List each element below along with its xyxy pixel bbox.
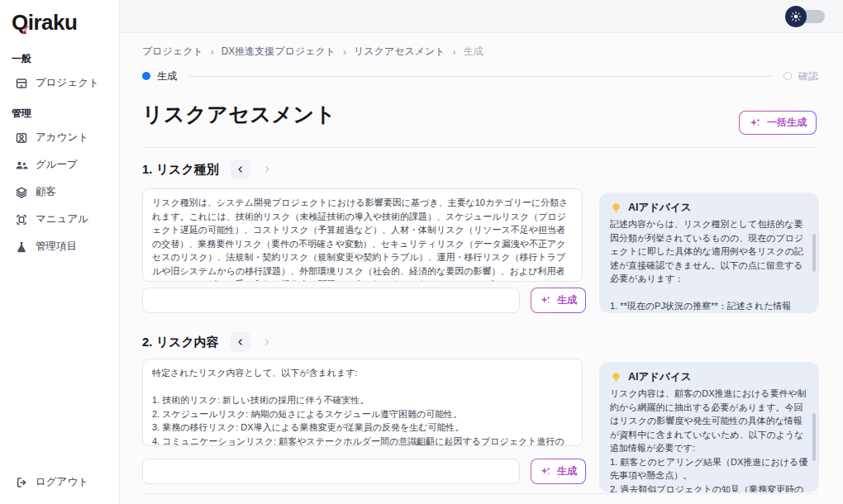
manual-icon <box>15 213 28 226</box>
ai-advice-header: AIアドバイス <box>610 370 808 384</box>
sidebar-item-accounts[interactable]: アカウント <box>0 124 119 151</box>
sidebar-item-label: 顧客 <box>36 185 56 199</box>
theme-toggle-knob <box>785 6 807 27</box>
chevron-right-icon: › <box>453 46 456 58</box>
sidebar-section-admin: 管理 <box>12 107 107 121</box>
bulk-generate-label: 一括生成 <box>767 116 807 130</box>
sidebar-item-groups[interactable]: グループ <box>0 151 119 178</box>
progress-stepper: 生成 確認 <box>142 69 818 83</box>
sparkle-icon <box>540 465 552 478</box>
sidebar-item-customers[interactable]: 顧客 <box>0 178 119 206</box>
section-1-ai-advice-panel: AIアドバイス 記述内容からは、リスク種別として包括的な要因分類が列挙されている… <box>599 193 819 313</box>
section-2-header: 2. リスク内容 <box>142 332 277 352</box>
section-2-heading: 2. リスク内容 <box>142 335 219 350</box>
scrollbar-thumb[interactable] <box>812 413 816 461</box>
section-1-heading: 1. リスク種別 <box>142 162 219 178</box>
section-1-input-row: 生成 <box>142 288 586 313</box>
breadcrumb-projects[interactable]: プロジェクト <box>142 45 203 59</box>
title-divider <box>142 147 818 148</box>
admin-item-icon <box>15 240 28 254</box>
app-logo[interactable]: Qiraku ✓ <box>0 0 119 42</box>
step-connector-line <box>188 76 772 77</box>
sidebar-item-admin-items[interactable]: 管理項目 <box>0 233 119 260</box>
sidebar-item-label: アカウント <box>36 131 88 145</box>
breadcrumb-current: 生成 <box>464 45 483 59</box>
step-current-dot <box>142 72 150 80</box>
section-1-prev-button[interactable] <box>231 159 250 179</box>
chevron-right-icon: › <box>343 46 346 58</box>
section-1-generate-button[interactable]: 生成 <box>531 288 586 313</box>
chevron-right-icon: › <box>211 46 214 58</box>
section-2-generate-button[interactable]: 生成 <box>531 459 586 484</box>
ai-advice-title: AIアドバイス <box>628 201 691 215</box>
sidebar: Qiraku ✓ 一般 プロジェクト 管理 アカウント グループ <box>0 0 120 504</box>
sun-icon <box>790 11 802 22</box>
bulk-generate-button[interactable]: 一括生成 <box>739 111 817 135</box>
chevron-right-icon <box>262 164 272 174</box>
page-title: リスクアセスメント <box>142 101 336 128</box>
section-divider <box>142 493 818 494</box>
breadcrumb-project[interactable]: DX推進支援プロジェクト <box>221 45 336 59</box>
sidebar-item-label: プロジェクト <box>36 76 99 90</box>
section-1-input[interactable] <box>142 288 520 313</box>
section-1-header: 1. リスク種別 <box>142 159 277 179</box>
customer-icon <box>15 186 28 199</box>
step-next-label: 確認 <box>798 69 818 83</box>
sidebar-item-label: グループ <box>36 158 78 172</box>
section-1-next-button[interactable] <box>257 159 277 179</box>
project-icon <box>15 77 28 90</box>
breadcrumb-risk-assessment[interactable]: リスクアセスメント <box>354 45 445 59</box>
ai-advice-body: 記述内容からは、リスク種別として包括的な要因分類が列挙されているものの、現在のプ… <box>610 217 808 313</box>
sparkle-icon <box>540 294 552 307</box>
section-2-prev-button[interactable] <box>231 332 250 352</box>
sidebar-item-manuals[interactable]: マニュアル <box>0 206 119 233</box>
step-current-label: 生成 <box>157 69 177 83</box>
logout-label: ログアウト <box>36 475 88 489</box>
logout-icon <box>15 476 28 489</box>
sidebar-item-projects[interactable]: プロジェクト <box>0 69 119 97</box>
main-content: プロジェクト › DX推進支援プロジェクト › リスクアセスメント › 生成 生… <box>120 33 843 504</box>
sidebar-item-label: マニュアル <box>36 212 88 226</box>
sidebar-item-label: 管理項目 <box>36 240 77 254</box>
account-icon <box>15 131 28 145</box>
sparkle-icon <box>749 116 762 130</box>
generate-label: 生成 <box>557 464 577 478</box>
lightbulb-icon <box>610 371 622 383</box>
ai-advice-body: リスク内容は、顧客のDX推進における要件や制約から網羅的に抽出する必要があります… <box>610 387 808 492</box>
theme-toggle[interactable] <box>785 6 825 27</box>
group-icon <box>15 159 28 172</box>
section-2-input[interactable] <box>142 459 520 484</box>
section-1-textarea[interactable]: リスク種別は、システム開発プロジェクトにおける影響要因に基づき、主要な10カテゴ… <box>142 188 583 282</box>
sidebar-item-logout[interactable]: ログアウト <box>0 468 119 496</box>
sidebar-section-general: 一般 <box>12 52 107 66</box>
ai-advice-title: AIアドバイス <box>628 370 691 384</box>
section-2-textarea[interactable]: 特定されたリスク内容として、以下が含まれます: 1. 技術的リスク: 新しい技術… <box>142 359 583 446</box>
chevron-right-icon <box>262 337 272 347</box>
chevron-left-icon <box>236 164 245 174</box>
section-2-input-row: 生成 <box>142 459 586 484</box>
scrollbar-thumb[interactable] <box>812 234 816 272</box>
logo-check-icon: ✓ <box>19 21 32 39</box>
section-2-ai-advice-panel: AIアドバイス リスク内容は、顧客のDX推進における要件や制約から網羅的に抽出す… <box>599 362 819 492</box>
topbar <box>120 0 843 33</box>
breadcrumb: プロジェクト › DX推進支援プロジェクト › リスクアセスメント › 生成 <box>142 45 483 59</box>
section-2-next-button[interactable] <box>257 332 277 352</box>
ai-advice-header: AIアドバイス <box>610 201 808 215</box>
step-next-dot <box>783 72 792 80</box>
lightbulb-icon <box>610 202 622 214</box>
generate-label: 生成 <box>557 293 577 307</box>
chevron-left-icon <box>236 337 245 347</box>
